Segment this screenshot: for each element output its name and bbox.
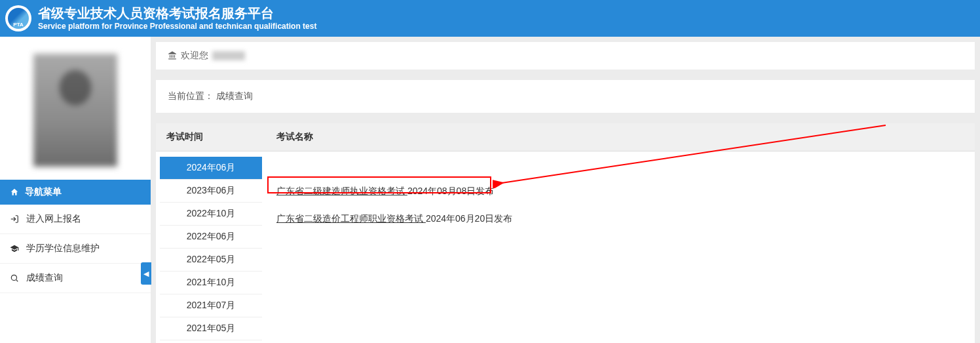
time-item[interactable]: 2021年07月 [160, 294, 262, 317]
breadcrumb: 当前位置： 成绩查询 [156, 80, 975, 113]
home-icon [9, 188, 20, 197]
avatar-wrap [0, 37, 151, 180]
logo-badge: PTA [5, 5, 31, 31]
header-titles: 省级专业技术人员资格考试报名服务平台 Service platform for … [38, 5, 316, 32]
avatar [33, 54, 117, 167]
exam-list: 广东省二级建造师执业资格考试 2024年08月08日发布广东省二级造价工程师职业… [266, 151, 975, 343]
time-item[interactable]: 2022年06月 [160, 226, 262, 249]
welcome-prefix: 欢迎您 [181, 50, 208, 62]
nav-item-label: 学历学位信息维护 [26, 243, 100, 254]
exam-row: 广东省二级造价工程师职业资格考试 2024年06月20日发布 [276, 209, 964, 237]
bank-icon [168, 50, 177, 62]
nav-item-signup[interactable]: 进入网上报名 [0, 205, 151, 234]
svg-point-1 [11, 275, 16, 280]
time-list: 2024年06月2023年06月2022年10月2022年06月2022年05月… [156, 151, 266, 343]
breadcrumb-current: 成绩查询 [216, 91, 253, 101]
nav-item-education[interactable]: 学历学位信息维护 [0, 234, 151, 264]
main-content: 欢迎您 当前位置： 成绩查询 考试时间 考试名称 2024年06月2023年06… [151, 37, 980, 343]
svg-line-2 [16, 280, 18, 282]
chevron-left-icon: ◀ [143, 270, 149, 278]
nav-item-score-query[interactable]: 成绩查询 [0, 264, 151, 293]
nav-item-label: 进入网上报名 [26, 213, 81, 225]
time-item[interactable]: 2024年06月 [160, 157, 262, 180]
time-item[interactable]: 2022年05月 [160, 249, 262, 272]
welcome-username-redacted [212, 51, 245, 60]
nav-header: 导航菜单 [0, 180, 151, 205]
time-item[interactable]: 2020年12月 [160, 340, 262, 343]
time-item[interactable]: 2021年05月 [160, 317, 262, 340]
exam-link[interactable]: 广东省二级造价工程师职业资格考试 [276, 213, 426, 224]
time-item[interactable]: 2023年06月 [160, 180, 262, 203]
sidebar: 导航菜单 进入网上报名 学历学位信息维护 成绩查询 [0, 37, 151, 343]
header-banner: PTA 省级专业技术人员资格考试报名服务平台 Service platform … [0, 0, 980, 37]
header-title-sub: Service platform for Province Profession… [38, 21, 316, 32]
exam-link[interactable]: 广东省二级建造师执业资格考试 [276, 186, 407, 196]
exam-publish-date: 2024年08月08日发布 [407, 186, 494, 196]
time-item[interactable]: 2022年10月 [160, 203, 262, 226]
col-header-time: 考试时间 [156, 123, 266, 151]
search-icon [9, 273, 20, 283]
nav-item-label: 成绩查询 [26, 272, 63, 284]
welcome-bar: 欢迎您 [156, 42, 975, 70]
header-title-main: 省级专业技术人员资格考试报名服务平台 [38, 5, 316, 21]
time-item[interactable]: 2021年10月 [160, 272, 262, 294]
table-body: 2024年06月2023年06月2022年10月2022年06月2022年05月… [156, 151, 975, 343]
login-icon [9, 214, 20, 224]
exam-row: 广东省二级建造师执业资格考试 2024年08月08日发布 [276, 182, 964, 209]
nav-header-label: 导航菜单 [25, 186, 62, 198]
exam-publish-date: 2024年06月20日发布 [426, 213, 512, 224]
content-panel: 考试时间 考试名称 2024年06月2023年06月2022年10月2022年0… [156, 123, 975, 343]
sidebar-collapse-toggle[interactable]: ◀ [141, 262, 151, 285]
logo-icon: PTA [8, 8, 29, 29]
table-head: 考试时间 考试名称 [156, 123, 975, 151]
cap-icon [9, 244, 20, 253]
col-header-name: 考试名称 [266, 123, 975, 151]
breadcrumb-label: 当前位置： [168, 91, 214, 101]
